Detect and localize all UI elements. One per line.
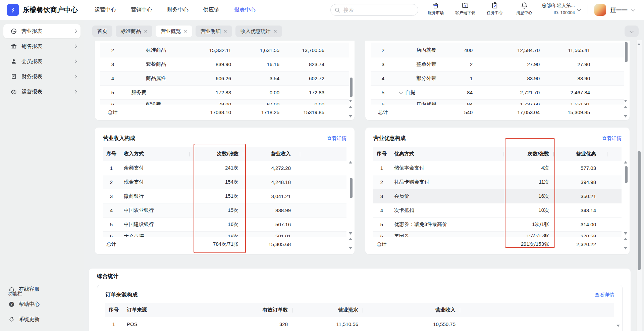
view-details-link[interactable]: 查看详情 [327, 135, 346, 142]
cell-seq: 6 [371, 100, 395, 105]
sidebar-item-finance-report[interactable]: 财务报表 [3, 69, 80, 84]
nav-finance[interactable]: 财务中心 [167, 6, 189, 13]
tab-business-overview[interactable]: 营业概览 [156, 26, 192, 37]
nav-operations[interactable]: 运营中心 [95, 6, 116, 13]
cell-value: 823.74 [283, 61, 330, 67]
tab-income-discount-stats[interactable]: 收入优惠统计 [235, 26, 282, 37]
close-icon[interactable] [274, 30, 277, 33]
table-row-clipped[interactable]: 6 店内就餐 84 1,737.60 1,551.91 [371, 99, 624, 105]
table-row-clipped[interactable]: 6 美团券 15次/17张 270.58 [373, 231, 622, 237]
sidebar-item-sales-report[interactable]: 销售报表 [3, 39, 80, 53]
chevron-right-icon [73, 59, 77, 63]
table-row[interactable]: 5 服务费 172.83 0.00 172.83 [100, 85, 349, 99]
inner-scrollbar-thumb[interactable] [350, 78, 353, 97]
scroll-down-icon[interactable] [624, 115, 627, 117]
scroll-down-icon[interactable] [349, 247, 352, 249]
cell-value: 83.90 [478, 76, 545, 81]
sidebar-item-online-support[interactable]: 在线客服 [5, 283, 78, 295]
table-row[interactable]: 5 自提 84 2,721.70 2,467.84 [371, 85, 624, 99]
scroll-up-icon[interactable] [637, 43, 641, 45]
user-chevron-down-icon[interactable] [631, 7, 635, 11]
table-row-clipped[interactable]: 6 配送费 78.00 87.00 0.00 [100, 99, 349, 105]
tab-home[interactable]: 首页 [92, 26, 112, 37]
scroll-up-icon[interactable] [624, 106, 627, 108]
table-row[interactable]: 4 商品属性 606.26 3.54 602.72 [100, 71, 349, 85]
cell-value: 606.26 [182, 76, 236, 81]
view-details-link[interactable]: 查看详情 [595, 292, 614, 298]
scroll-down-icon[interactable] [624, 232, 627, 235]
cell-value: 13,700.56 [283, 47, 330, 53]
table-row[interactable]: 4 中国农业银行 15次 838.99 [103, 203, 346, 217]
scroll-down-icon[interactable] [349, 232, 352, 235]
cell-method: 中国农业银行 [120, 207, 190, 214]
scroll-up-icon[interactable] [624, 238, 627, 240]
org-chevron-down-icon[interactable] [577, 7, 581, 11]
page-scrollbar[interactable] [636, 40, 642, 331]
service-market-button[interactable]: 服务市场 [423, 2, 448, 16]
collapse-caret-icon[interactable] [399, 90, 403, 94]
close-icon[interactable] [224, 30, 227, 33]
nav-report-center[interactable]: 报表中心 [234, 6, 256, 13]
page-scrollbar-thumb[interactable] [638, 151, 641, 270]
operations-report-icon [11, 89, 17, 95]
table-row[interactable]: 3 徽商银行 151次 3,041.21 [103, 189, 346, 203]
close-icon[interactable] [144, 30, 147, 33]
table-row[interactable]: 1 余额支付 241次 4,272.28 [103, 161, 346, 175]
cell-value: 602.72 [283, 76, 330, 81]
table-row[interactable]: 1 POS 328 11,510.56 10,550.75 [105, 317, 614, 331]
scroll-down-icon[interactable] [349, 100, 352, 102]
inner-scrollbar-thumb[interactable] [350, 178, 353, 198]
table-row-clipped[interactable]: 6 大众点评 18次 501.01 [103, 231, 346, 237]
scroll-down-icon[interactable] [624, 100, 627, 102]
table-row[interactable]: 2 现金支付 154次 4,248.18 [103, 175, 346, 189]
client-download-button[interactable]: 客户端下载 [453, 2, 478, 16]
table-row[interactable]: 1 储值本金支付 4次 577.03 [373, 161, 622, 175]
tab-standard-product[interactable]: 标准商品 [116, 26, 152, 37]
nav-supply-chain[interactable]: 供应链 [203, 6, 219, 13]
table-row[interactable]: 4 部分外带 1 83.90 83.90 [371, 71, 624, 85]
scroll-down-icon[interactable] [624, 247, 627, 249]
sidebar-item-operations-report[interactable]: 运营报表 [3, 85, 80, 99]
task-center-button[interactable]: 任务中心 [482, 2, 507, 16]
sales-report-icon [11, 43, 17, 49]
table-row[interactable]: 5 中国建设银行 16次 507.16 [103, 217, 346, 231]
table-row[interactable]: 2 标准商品 15,332.11 1,631.55 13,700.56 [100, 43, 349, 57]
tab-business-detail[interactable]: 营业明细 [196, 26, 232, 37]
sidebar-item-business-report[interactable]: 营业报表 [3, 24, 80, 38]
scroll-up-icon[interactable] [349, 161, 352, 163]
cell-value: 87.00 [236, 100, 283, 105]
inner-scrollbar-thumb[interactable] [625, 42, 628, 62]
cell-seq: 5 [103, 222, 120, 227]
user-avatar[interactable] [594, 4, 606, 16]
search-box[interactable] [330, 4, 418, 16]
table-row[interactable]: 3 整单外带 2 27.90 27.90 [371, 57, 624, 71]
close-icon[interactable] [184, 30, 187, 33]
sidebar-item-help-center[interactable]: ? 帮助中心 [5, 298, 78, 311]
table-row[interactable]: 4 次卡抵扣 10次 343.14 [373, 203, 622, 217]
org-selector[interactable]: 总部/年轻人第... ID: 100004 [531, 3, 575, 15]
table-row[interactable]: 2 礼品卡赠金支付 11次 394.98 [373, 175, 622, 189]
table-row-highlighted[interactable]: 3 会员价 16次 350.21 [373, 189, 622, 203]
scroll-up-icon[interactable] [349, 106, 352, 108]
scroll-down-icon[interactable] [616, 325, 620, 327]
cell-amount: 270.58 [554, 232, 608, 237]
cell-total-value: 15319.85 [283, 109, 330, 115]
card-title: 订单来源构成 [105, 291, 138, 298]
scroll-up-icon[interactable] [349, 238, 352, 240]
table-row[interactable]: 3 套餐商品 839.90 16.16 823.74 [100, 57, 349, 71]
table-row[interactable]: 5 优惠券：减免3件最高价 1次/1张 314.00 [373, 217, 622, 231]
scroll-up-icon[interactable] [624, 161, 627, 163]
sidebar-item-system-update[interactable]: 系统更新 [5, 313, 78, 326]
search-input[interactable] [343, 7, 414, 13]
table-row[interactable]: 2 店内就餐 400 12,584.70 11,565.41 [371, 43, 624, 57]
nav-marketing[interactable]: 营销中心 [131, 6, 152, 13]
cell-total-amount: 2,320.22 [554, 241, 608, 247]
summary-stats-card: 综合统计 订单来源构成 查看详情 序号 订单来源 有效订单数 营业流水 营业收入… [89, 269, 631, 331]
view-details-link[interactable]: 查看详情 [602, 135, 622, 142]
header-amount: 营业优惠 [554, 151, 608, 157]
sidebar-item-member-report[interactable]: 会员报表 [3, 54, 80, 68]
header-income: 营业收入 [364, 307, 461, 313]
inner-scrollbar-thumb[interactable] [625, 166, 628, 183]
scroll-down-icon[interactable] [349, 115, 352, 117]
tab-list-expand-button[interactable] [625, 26, 639, 37]
